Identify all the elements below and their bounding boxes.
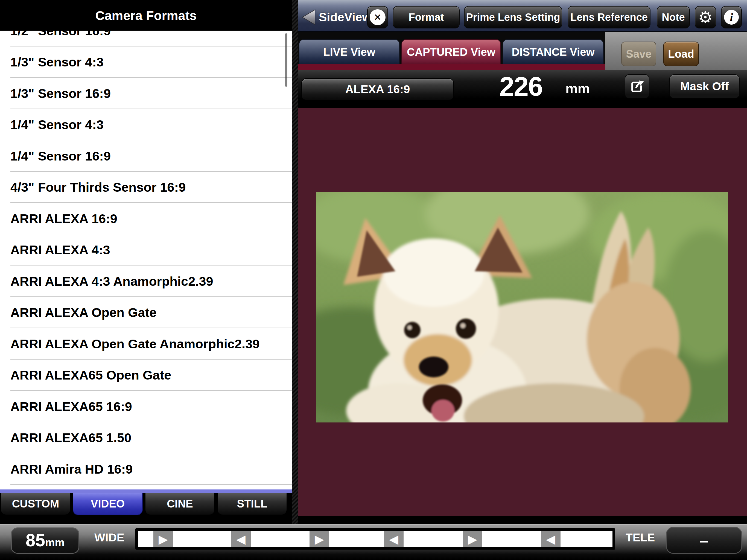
view-tab-row: LIVE View CAPTURED View DISTANCE View Sa… — [298, 32, 747, 70]
app-screen: 1/2" Sensor 16:9 1/3" Sensor 4:3 1/3" Se… — [0, 0, 747, 560]
slider-arrow-left: ◀ — [384, 531, 404, 547]
wide-label: WIDE — [94, 529, 124, 546]
slider-arrow-left: ◀ — [231, 531, 251, 547]
selected-format-button[interactable]: ALEXA 16:9 — [301, 78, 454, 100]
back-button[interactable]: SideView — [300, 5, 371, 29]
mask-toggle-button[interactable]: Mask Off — [669, 74, 740, 98]
camera-formats-list: 1/2" Sensor 16:9 1/3" Sensor 4:3 1/3" Se… — [0, 15, 292, 485]
list-item[interactable]: ARRI ALEXA 4:3 — [0, 234, 292, 266]
share-icon — [629, 78, 645, 94]
save-button[interactable]: Save — [621, 42, 656, 66]
category-tab-bar: CUSTOM VIDEO CINE STILL — [0, 489, 292, 524]
list-item[interactable]: 1/4" Sensor 4:3 — [0, 109, 292, 141]
camera-formats-panel: 1/2" Sensor 16:9 1/3" Sensor 4:3 1/3" Se… — [0, 0, 292, 524]
slider-arrow-right: ▶ — [463, 531, 482, 547]
captured-photo — [316, 192, 728, 423]
list-item[interactable]: ARRI ALEXA Open Gate — [0, 297, 292, 328]
viewport-footer-band — [298, 516, 747, 524]
list-item[interactable]: 1/3" Sensor 4:3 — [0, 47, 292, 78]
format-focal-row: ALEXA 16:9 226 mm Mask Off — [298, 70, 747, 108]
info-icon: i — [724, 10, 739, 25]
list-item[interactable]: ARRI ALEXA65 Open Gate — [0, 360, 292, 391]
panel-title: Camera Formats — [0, 0, 292, 31]
share-button[interactable] — [625, 74, 649, 98]
active-tab-underline — [298, 64, 605, 70]
list-item[interactable]: ARRI ALEXA65 1.50 — [0, 422, 292, 454]
list-item[interactable]: 1/3" Sensor 16:9 — [0, 78, 292, 109]
gear-icon: ⚙ — [698, 9, 713, 25]
slider-arrow-right: ▶ — [153, 531, 173, 547]
list-item[interactable]: ARRI ALEXA 4:3 Anamorphic2.39 — [0, 265, 292, 297]
category-accent-strip — [0, 489, 292, 493]
close-icon: ✕ — [370, 9, 386, 25]
tab-cine[interactable]: CINE — [145, 493, 215, 515]
tab-distance-view[interactable]: DISTANCE View — [503, 39, 604, 64]
tab-live-view[interactable]: LIVE View — [299, 39, 400, 64]
zoom-slider[interactable]: ▶ ◀ ▶ ◀ ▶ ◀ — [135, 528, 615, 550]
zoom-slider-track: ▶ ◀ ▶ ◀ ▶ ◀ — [138, 531, 613, 547]
list-item[interactable]: ARRI Amira HD 16:9 — [0, 453, 292, 485]
close-button[interactable]: ✕ — [367, 6, 388, 28]
tab-captured-view[interactable]: CAPTURED View — [402, 39, 501, 64]
list-scrollbar[interactable] — [285, 33, 287, 87]
zoom-control-bar: 85mm WIDE ▶ ◀ ▶ ◀ ▶ ◀ TELE – — [0, 524, 747, 560]
focal-length-value: 226 — [489, 71, 552, 102]
focal-length-number: 85 — [26, 532, 45, 549]
list-item[interactable]: ARRI ALEXA65 16:9 — [0, 391, 292, 422]
panel-divider — [292, 0, 298, 524]
tab-still[interactable]: STILL — [217, 493, 287, 515]
focal-length-unit: mm — [565, 81, 590, 97]
list-item[interactable]: ARRI ALEXA 16:9 — [0, 203, 292, 234]
list-item[interactable]: 1/4" Sensor 16:9 — [0, 140, 292, 172]
slider-arrow-right: ▶ — [310, 531, 329, 547]
top-toolbar: SideView ✕ Format Prime Lens Setting Len… — [298, 0, 747, 32]
lens-reference-button[interactable]: Lens Reference — [568, 6, 650, 28]
zoom-minus-button[interactable]: – — [666, 527, 742, 554]
list-item[interactable]: ARRI ALEXA Open Gate Anamorphic2.39 — [0, 328, 292, 360]
tab-video[interactable]: VIDEO — [73, 493, 143, 515]
back-arrow-icon — [300, 9, 317, 26]
load-button[interactable]: Load — [663, 42, 699, 66]
captured-view-viewport — [298, 108, 747, 516]
tele-label: TELE — [626, 529, 655, 546]
focal-length-button[interactable]: 85mm — [11, 528, 79, 554]
format-button[interactable]: Format — [393, 6, 460, 28]
slider-arrow-left: ◀ — [541, 531, 561, 547]
back-button-label: SideView — [319, 10, 371, 24]
settings-button[interactable]: ⚙ — [695, 6, 716, 28]
list-item[interactable]: 4/3" Four Thirds Sensor 16:9 — [0, 172, 292, 203]
info-button[interactable]: i — [721, 6, 742, 28]
note-button[interactable]: Note — [657, 6, 690, 28]
prime-lens-setting-button[interactable]: Prime Lens Setting — [464, 6, 562, 28]
tab-custom[interactable]: CUSTOM — [1, 493, 71, 515]
focal-length-mm: mm — [45, 536, 65, 549]
